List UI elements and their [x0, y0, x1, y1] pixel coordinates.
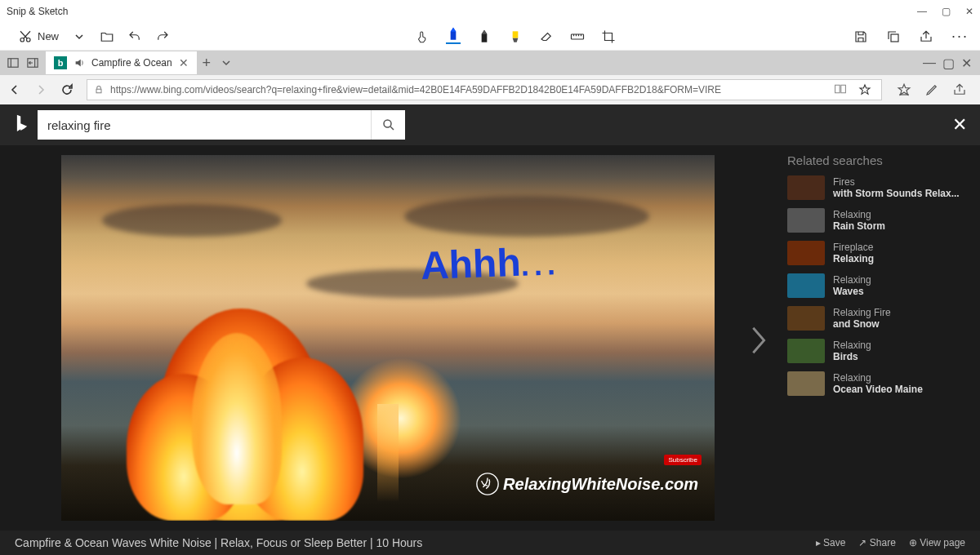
- related-item[interactable]: RelaxingRain Storm: [787, 208, 969, 233]
- snip-titlebar: Snip & Sketch — ▢ ✕: [0, 0, 980, 23]
- ruler-button[interactable]: [570, 29, 585, 44]
- footer-share[interactable]: ↗ Share: [858, 537, 895, 548]
- related-line2: Birds: [833, 351, 871, 362]
- related-panel: Related searches Fireswith Storm Sounds …: [776, 145, 980, 531]
- browser-tabbar: b Campfire & Ocean ✕ + — ▢ ✕: [0, 51, 980, 75]
- bing-logo-icon[interactable]: [13, 113, 31, 136]
- related-line1: Fireplace: [833, 242, 874, 253]
- video-player[interactable]: Ahhh... Subscribe RelaxingWhiteNoise.com: [61, 155, 715, 521]
- video-title: Campfire & Ocean Waves White Noise | Rel…: [15, 536, 422, 549]
- ballpoint-pen-button[interactable]: [446, 29, 461, 44]
- svg-rect-7: [96, 89, 101, 93]
- related-line2: Waves: [833, 286, 871, 297]
- browser-maximize[interactable]: ▢: [942, 56, 955, 71]
- crop-button[interactable]: [601, 29, 616, 44]
- highlighter-button[interactable]: [508, 29, 523, 44]
- related-line1: Relaxing Fire: [833, 307, 891, 318]
- refresh-button[interactable]: [60, 83, 77, 96]
- subscribe-badge[interactable]: Subscribe: [664, 455, 702, 465]
- tab-aside-button[interactable]: [3, 53, 23, 73]
- related-thumb: [787, 241, 825, 265]
- related-thumb: [787, 175, 825, 200]
- open-file-button[interactable]: [93, 26, 121, 47]
- bing-searchbox: [38, 110, 405, 140]
- next-video-button[interactable]: [748, 325, 768, 356]
- audio-icon[interactable]: [74, 57, 85, 69]
- new-label: New: [38, 30, 59, 42]
- related-thumb: [787, 273, 825, 298]
- touch-writing-button[interactable]: [415, 29, 430, 44]
- forward-button[interactable]: [34, 83, 51, 96]
- bing-search-button[interactable]: [371, 110, 405, 140]
- new-snip-icon: [18, 29, 33, 44]
- tab-set-aside-button[interactable]: [23, 53, 42, 73]
- related-thumb: [787, 339, 825, 363]
- related-line2: and Snow: [833, 318, 891, 330]
- eraser-button[interactable]: [539, 29, 554, 44]
- bing-close-button[interactable]: ✕: [952, 114, 967, 135]
- browser-tab[interactable]: b Campfire & Ocean ✕: [46, 51, 197, 74]
- related-line2: Relaxing: [833, 253, 874, 264]
- copy-button[interactable]: [886, 29, 901, 44]
- window-minimize[interactable]: —: [917, 6, 927, 17]
- related-item[interactable]: Fireswith Storm Sounds Relax...: [787, 175, 969, 200]
- video-info-bar: Campfire & Ocean Waves White Noise | Rel…: [0, 531, 980, 555]
- bing-favicon-icon: b: [54, 56, 67, 69]
- favorite-star-icon[interactable]: [858, 83, 871, 96]
- chevron-down-icon: [72, 29, 87, 44]
- browser-minimize[interactable]: —: [923, 56, 936, 71]
- undo-button[interactable]: [121, 26, 149, 47]
- undo-icon: [127, 29, 142, 44]
- svg-rect-4: [891, 34, 898, 42]
- related-item[interactable]: FireplaceRelaxing: [787, 241, 969, 265]
- tab-close-button[interactable]: ✕: [179, 56, 189, 69]
- related-line2: with Storm Sounds Relax...: [833, 188, 960, 199]
- related-item[interactable]: RelaxingBirds: [787, 339, 969, 363]
- reading-view-icon[interactable]: [834, 83, 847, 96]
- svg-rect-5: [8, 59, 18, 68]
- footer-save[interactable]: ▸ Save: [816, 537, 846, 548]
- window-close[interactable]: ✕: [965, 6, 973, 17]
- svg-point-9: [477, 473, 498, 495]
- new-dropdown[interactable]: [65, 26, 93, 47]
- app-title: Snip & Sketch: [7, 6, 68, 17]
- browser-share-button[interactable]: [952, 82, 967, 97]
- watermark: RelaxingWhiteNoise.com: [475, 472, 698, 496]
- svg-rect-2: [512, 31, 518, 38]
- tabs-dropdown[interactable]: [216, 53, 236, 73]
- svg-point-8: [384, 120, 391, 127]
- related-line1: Relaxing: [833, 372, 923, 384]
- save-button[interactable]: [853, 29, 868, 44]
- lock-icon: [94, 85, 104, 95]
- browser-close[interactable]: ✕: [961, 56, 972, 71]
- related-title: Related searches: [787, 153, 969, 167]
- back-button[interactable]: [8, 83, 24, 96]
- bing-header: ✕: [0, 104, 980, 145]
- address-field[interactable]: https://www.bing.com/videos/search?q=rel…: [87, 79, 882, 100]
- redo-button[interactable]: [149, 26, 176, 47]
- new-tab-button[interactable]: +: [197, 53, 216, 73]
- more-button[interactable]: ···: [951, 28, 969, 45]
- bing-search-input[interactable]: [38, 118, 371, 132]
- related-line1: Fires: [833, 176, 960, 188]
- share-button[interactable]: [919, 29, 933, 44]
- pencil-button[interactable]: [477, 29, 492, 44]
- redo-icon: [155, 29, 170, 44]
- snip-toolbar: New: [0, 23, 980, 51]
- footer-viewpage[interactable]: ⊕ View page: [909, 537, 965, 548]
- window-maximize[interactable]: ▢: [942, 6, 951, 17]
- tab-title: Campfire & Ocean: [91, 57, 172, 69]
- related-item[interactable]: RelaxingOcean Video Maine: [787, 371, 969, 396]
- video-area: Ahhh... Subscribe RelaxingWhiteNoise.com: [0, 145, 776, 531]
- browser-addressbar: https://www.bing.com/videos/search?q=rel…: [0, 75, 980, 104]
- related-item[interactable]: RelaxingWaves: [787, 273, 969, 298]
- related-thumb: [787, 306, 825, 331]
- related-item[interactable]: Relaxing Fireand Snow: [787, 306, 969, 331]
- related-thumb: [787, 208, 825, 233]
- svg-rect-3: [571, 34, 583, 39]
- notes-button[interactable]: [924, 82, 939, 97]
- new-snip-button[interactable]: New: [11, 26, 65, 47]
- related-line2: Ocean Video Maine: [833, 384, 923, 395]
- favorites-button[interactable]: [897, 82, 911, 97]
- folder-open-icon: [100, 29, 114, 44]
